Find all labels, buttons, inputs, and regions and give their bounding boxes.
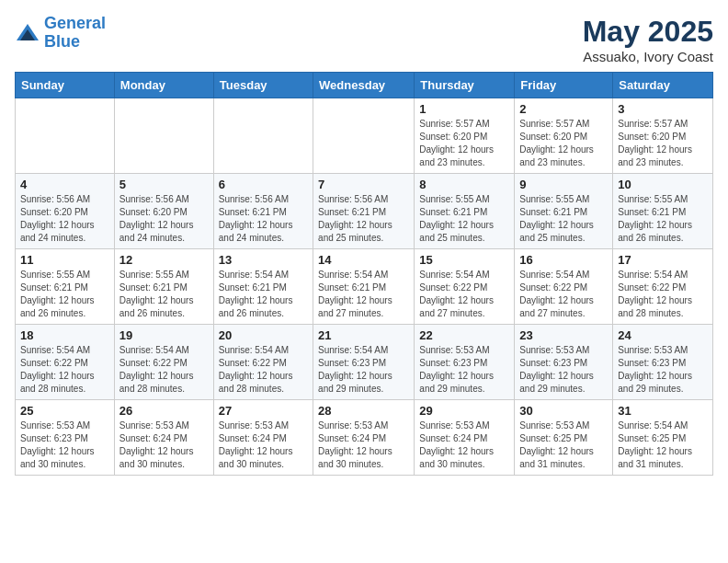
calendar-cell: 29Sunrise: 5:53 AM Sunset: 6:24 PM Dayli… bbox=[415, 400, 515, 476]
calendar-cell: 26Sunrise: 5:53 AM Sunset: 6:24 PM Dayli… bbox=[114, 400, 213, 476]
day-number: 15 bbox=[419, 253, 509, 267]
logo-text: General Blue bbox=[44, 15, 106, 52]
day-number: 17 bbox=[618, 253, 708, 267]
day-info: Sunrise: 5:53 AM Sunset: 6:24 PM Dayligh… bbox=[219, 419, 308, 471]
day-number: 23 bbox=[519, 328, 608, 342]
calendar-cell: 30Sunrise: 5:53 AM Sunset: 6:25 PM Dayli… bbox=[515, 400, 613, 476]
calendar-cell: 14Sunrise: 5:54 AM Sunset: 6:21 PM Dayli… bbox=[313, 249, 415, 325]
weekday-header: Sunday bbox=[16, 73, 115, 98]
day-info: Sunrise: 5:53 AM Sunset: 6:23 PM Dayligh… bbox=[618, 344, 708, 396]
day-info: Sunrise: 5:54 AM Sunset: 6:22 PM Dayligh… bbox=[519, 269, 608, 320]
calendar-cell bbox=[213, 98, 313, 174]
calendar-cell: 22Sunrise: 5:53 AM Sunset: 6:23 PM Dayli… bbox=[415, 325, 515, 400]
calendar-week: 4Sunrise: 5:56 AM Sunset: 6:20 PM Daylig… bbox=[16, 174, 713, 249]
month-year: May 2025 bbox=[583, 15, 713, 49]
day-info: Sunrise: 5:55 AM Sunset: 6:21 PM Dayligh… bbox=[519, 193, 608, 245]
calendar-cell: 20Sunrise: 5:54 AM Sunset: 6:22 PM Dayli… bbox=[213, 325, 313, 400]
day-info: Sunrise: 5:54 AM Sunset: 6:22 PM Dayligh… bbox=[419, 269, 509, 320]
day-number: 19 bbox=[119, 328, 209, 342]
day-number: 20 bbox=[219, 328, 308, 342]
calendar-body: 1Sunrise: 5:57 AM Sunset: 6:20 PM Daylig… bbox=[16, 98, 713, 476]
logo: General Blue bbox=[15, 15, 106, 52]
day-info: Sunrise: 5:54 AM Sunset: 6:22 PM Dayligh… bbox=[618, 269, 708, 320]
calendar-cell: 11Sunrise: 5:55 AM Sunset: 6:21 PM Dayli… bbox=[16, 249, 115, 325]
calendar-cell: 23Sunrise: 5:53 AM Sunset: 6:23 PM Dayli… bbox=[515, 325, 613, 400]
day-info: Sunrise: 5:56 AM Sunset: 6:21 PM Dayligh… bbox=[318, 193, 409, 245]
day-number: 25 bbox=[20, 404, 109, 418]
calendar-cell: 9Sunrise: 5:55 AM Sunset: 6:21 PM Daylig… bbox=[515, 174, 613, 249]
day-number: 26 bbox=[119, 404, 209, 418]
day-info: Sunrise: 5:53 AM Sunset: 6:24 PM Dayligh… bbox=[318, 419, 409, 471]
day-number: 6 bbox=[219, 178, 308, 191]
calendar-cell: 25Sunrise: 5:53 AM Sunset: 6:23 PM Dayli… bbox=[16, 400, 115, 476]
day-number: 2 bbox=[519, 102, 608, 116]
page-header: General Blue May 2025 Assuako, Ivory Coa… bbox=[15, 15, 713, 64]
day-info: Sunrise: 5:54 AM Sunset: 6:25 PM Dayligh… bbox=[618, 419, 708, 471]
day-info: Sunrise: 5:54 AM Sunset: 6:21 PM Dayligh… bbox=[219, 269, 308, 320]
day-number: 12 bbox=[119, 253, 209, 267]
day-info: Sunrise: 5:54 AM Sunset: 6:22 PM Dayligh… bbox=[219, 344, 308, 396]
weekday-header: Wednesday bbox=[313, 73, 415, 98]
weekday-header: Monday bbox=[114, 73, 213, 98]
day-number: 22 bbox=[419, 328, 509, 342]
day-number: 24 bbox=[618, 328, 708, 342]
day-info: Sunrise: 5:55 AM Sunset: 6:21 PM Dayligh… bbox=[618, 193, 708, 245]
weekday-header: Tuesday bbox=[213, 73, 313, 98]
day-info: Sunrise: 5:53 AM Sunset: 6:24 PM Dayligh… bbox=[419, 419, 509, 471]
day-info: Sunrise: 5:54 AM Sunset: 6:21 PM Dayligh… bbox=[318, 269, 409, 320]
day-number: 21 bbox=[318, 328, 409, 342]
calendar-cell: 31Sunrise: 5:54 AM Sunset: 6:25 PM Dayli… bbox=[613, 400, 713, 476]
day-info: Sunrise: 5:57 AM Sunset: 6:20 PM Dayligh… bbox=[419, 118, 509, 169]
calendar-cell: 13Sunrise: 5:54 AM Sunset: 6:21 PM Dayli… bbox=[213, 249, 313, 325]
day-info: Sunrise: 5:53 AM Sunset: 6:23 PM Dayligh… bbox=[20, 419, 109, 471]
calendar-week: 25Sunrise: 5:53 AM Sunset: 6:23 PM Dayli… bbox=[16, 400, 713, 476]
day-number: 30 bbox=[519, 404, 608, 418]
calendar-week: 18Sunrise: 5:54 AM Sunset: 6:22 PM Dayli… bbox=[16, 325, 713, 400]
calendar-week: 1Sunrise: 5:57 AM Sunset: 6:20 PM Daylig… bbox=[16, 98, 713, 174]
day-number: 7 bbox=[318, 178, 409, 191]
logo-icon bbox=[15, 20, 40, 46]
calendar-cell: 17Sunrise: 5:54 AM Sunset: 6:22 PM Dayli… bbox=[613, 249, 713, 325]
day-number: 16 bbox=[519, 253, 608, 267]
day-number: 4 bbox=[20, 178, 109, 191]
day-number: 14 bbox=[318, 253, 409, 267]
weekday-header-row: SundayMondayTuesdayWednesdayThursdayFrid… bbox=[16, 73, 713, 98]
calendar-cell: 4Sunrise: 5:56 AM Sunset: 6:20 PM Daylig… bbox=[16, 174, 115, 249]
calendar-cell: 21Sunrise: 5:54 AM Sunset: 6:23 PM Dayli… bbox=[313, 325, 415, 400]
day-number: 28 bbox=[318, 404, 409, 418]
location: Assuako, Ivory Coast bbox=[583, 49, 713, 64]
day-info: Sunrise: 5:56 AM Sunset: 6:20 PM Dayligh… bbox=[20, 193, 109, 245]
calendar-cell: 2Sunrise: 5:57 AM Sunset: 6:20 PM Daylig… bbox=[515, 98, 613, 174]
calendar-cell: 16Sunrise: 5:54 AM Sunset: 6:22 PM Dayli… bbox=[515, 249, 613, 325]
weekday-header: Friday bbox=[515, 73, 613, 98]
day-info: Sunrise: 5:55 AM Sunset: 6:21 PM Dayligh… bbox=[20, 269, 109, 320]
day-number: 29 bbox=[419, 404, 509, 418]
day-info: Sunrise: 5:54 AM Sunset: 6:23 PM Dayligh… bbox=[318, 344, 409, 396]
calendar-cell: 18Sunrise: 5:54 AM Sunset: 6:22 PM Dayli… bbox=[16, 325, 115, 400]
day-info: Sunrise: 5:54 AM Sunset: 6:22 PM Dayligh… bbox=[119, 344, 209, 396]
calendar-cell: 28Sunrise: 5:53 AM Sunset: 6:24 PM Dayli… bbox=[313, 400, 415, 476]
day-number: 13 bbox=[219, 253, 308, 267]
day-info: Sunrise: 5:53 AM Sunset: 6:23 PM Dayligh… bbox=[519, 344, 608, 396]
day-number: 3 bbox=[618, 102, 708, 116]
day-info: Sunrise: 5:53 AM Sunset: 6:25 PM Dayligh… bbox=[519, 419, 608, 471]
calendar-cell: 15Sunrise: 5:54 AM Sunset: 6:22 PM Dayli… bbox=[415, 249, 515, 325]
calendar: SundayMondayTuesdayWednesdayThursdayFrid… bbox=[15, 72, 713, 476]
day-number: 31 bbox=[618, 404, 708, 418]
calendar-cell: 3Sunrise: 5:57 AM Sunset: 6:20 PM Daylig… bbox=[613, 98, 713, 174]
day-number: 18 bbox=[20, 328, 109, 342]
day-number: 1 bbox=[419, 102, 509, 116]
day-info: Sunrise: 5:55 AM Sunset: 6:21 PM Dayligh… bbox=[119, 269, 209, 320]
day-number: 8 bbox=[419, 178, 509, 191]
calendar-cell: 12Sunrise: 5:55 AM Sunset: 6:21 PM Dayli… bbox=[114, 249, 213, 325]
day-number: 9 bbox=[519, 178, 608, 191]
day-info: Sunrise: 5:54 AM Sunset: 6:22 PM Dayligh… bbox=[20, 344, 109, 396]
calendar-cell: 24Sunrise: 5:53 AM Sunset: 6:23 PM Dayli… bbox=[613, 325, 713, 400]
calendar-cell bbox=[114, 98, 213, 174]
day-number: 10 bbox=[618, 178, 708, 191]
calendar-cell: 7Sunrise: 5:56 AM Sunset: 6:21 PM Daylig… bbox=[313, 174, 415, 249]
day-info: Sunrise: 5:55 AM Sunset: 6:21 PM Dayligh… bbox=[419, 193, 509, 245]
day-info: Sunrise: 5:57 AM Sunset: 6:20 PM Dayligh… bbox=[618, 118, 708, 169]
day-number: 11 bbox=[20, 253, 109, 267]
calendar-cell: 5Sunrise: 5:56 AM Sunset: 6:20 PM Daylig… bbox=[114, 174, 213, 249]
